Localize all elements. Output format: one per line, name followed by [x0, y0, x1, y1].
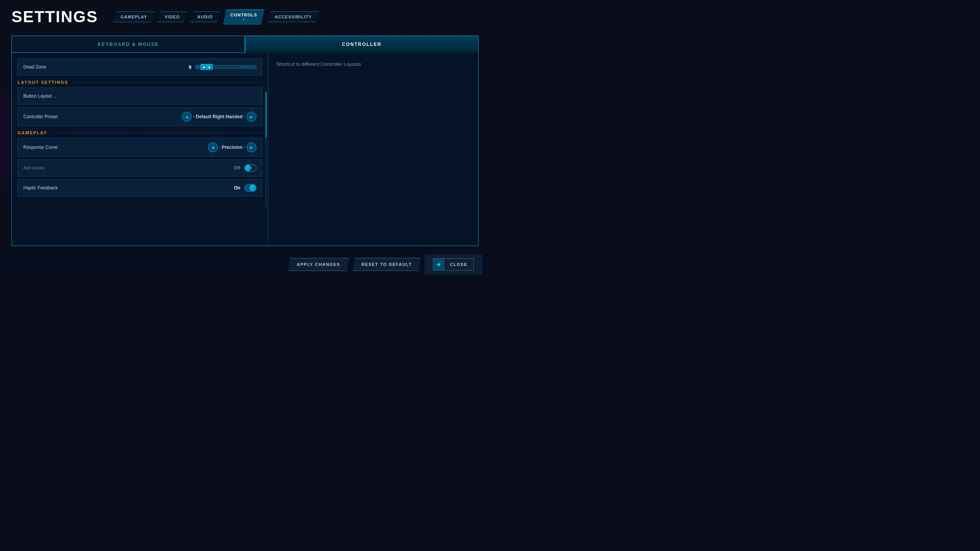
controller-preset-row: Controller Preset ◀ · Default Right Hand…	[18, 108, 262, 126]
dead-zone-value: 9	[184, 64, 191, 70]
response-curve-row: Response Curve ◀ · Precision · ▶	[18, 138, 262, 156]
section-divider	[72, 82, 262, 83]
slider-dot	[246, 66, 247, 68]
slider-thumb: ◀ ▶	[201, 64, 213, 70]
slider-right-btn[interactable]: ▶	[207, 64, 213, 70]
response-curve-selector: ◀ · Precision · ▶	[208, 142, 256, 152]
main-panel: KEYBOARD & MOUSE CONTROLLER Dead Zone 9	[11, 36, 479, 246]
sub-tab-keyboard-mouse[interactable]: KEYBOARD & MOUSE	[12, 36, 245, 53]
button-layout-label: Button Layout ...	[23, 93, 256, 99]
dead-zone-label: Dead Zone	[23, 64, 184, 70]
haptic-feedback-label: Haptic Feedback	[23, 185, 234, 191]
response-curve-left-btn[interactable]: ◀	[208, 142, 218, 152]
tab-gameplay[interactable]: GAMEPLAY	[113, 11, 154, 22]
right-column: Shortcut to different Controller Layouts	[268, 53, 478, 246]
response-curve-label: Response Curve	[23, 145, 208, 150]
nav-tabs: GAMEPLAY VIDEO AUDIO CONTROLS ACCESSIBIL…	[113, 10, 319, 24]
response-curve-right-btn[interactable]: ▶	[247, 142, 256, 152]
sub-tabs: KEYBOARD & MOUSE CONTROLLER	[12, 36, 478, 53]
slider-dot	[243, 66, 243, 68]
haptic-feedback-row: Haptic Feedback On	[18, 179, 262, 196]
slider-dot	[250, 66, 251, 68]
dead-zone-row: Dead Zone 9 ◀ ▶	[18, 59, 262, 75]
button-layout-row[interactable]: Button Layout ...	[18, 88, 262, 104]
toggle-knob-on	[250, 185, 256, 191]
sub-tab-controller[interactable]: CONTROLLER	[245, 36, 478, 53]
dead-zone-slider-area: 9 ◀ ▶	[184, 64, 256, 70]
layout-settings-header: LAYOUT SETTINGS	[18, 80, 262, 85]
aim-assist-label: Aim Assist	[23, 165, 234, 171]
gameplay-header: GAMEPLAY	[18, 130, 262, 135]
slider-dot	[240, 66, 240, 68]
controller-preset-selector: ◀ · Default Right Handed · ▶	[182, 112, 256, 122]
section-divider-2	[51, 133, 262, 133]
aim-assist-value: Off	[234, 165, 240, 171]
tab-audio[interactable]: AUDIO	[190, 11, 220, 22]
toggle-knob	[245, 165, 251, 171]
controller-preset-label: Controller Preset	[23, 114, 182, 119]
scroll-indicator	[265, 91, 267, 207]
controller-preset-left-btn[interactable]: ◀	[182, 112, 192, 122]
slider-dot	[247, 66, 248, 68]
slider-dots	[240, 66, 254, 68]
aim-assist-row: Aim Assist Off	[18, 160, 262, 176]
slider-dot	[249, 66, 250, 68]
scroll-thumb	[265, 91, 267, 138]
tab-controls[interactable]: CONTROLS	[223, 10, 265, 24]
tab-accessibility[interactable]: ACCESSIBILITY	[268, 11, 319, 22]
haptic-feedback-value: On	[234, 185, 240, 191]
dead-zone-slider-track[interactable]: ◀ ▶	[195, 65, 256, 69]
info-text: Shortcut to different Controller Layouts	[276, 60, 470, 68]
aim-assist-toggle[interactable]	[244, 164, 256, 172]
left-column: Dead Zone 9 ◀ ▶	[12, 53, 268, 246]
haptic-feedback-toggle-area: On	[234, 184, 256, 192]
slider-dot	[241, 66, 242, 68]
haptic-feedback-toggle[interactable]	[244, 184, 256, 192]
slider-dot	[244, 66, 245, 68]
settings-columns: Dead Zone 9 ◀ ▶	[12, 53, 478, 246]
slider-dot	[252, 66, 253, 68]
page-title: SETTINGS	[11, 8, 98, 26]
controller-preset-value: · Default Right Handed ·	[193, 114, 245, 119]
response-curve-value: · Precision ·	[219, 145, 245, 150]
controller-preset-right-btn[interactable]: ▶	[247, 112, 256, 122]
aim-assist-toggle-area: Off	[234, 164, 256, 172]
slider-left-btn[interactable]: ◀	[201, 64, 207, 70]
slider-dot	[253, 66, 254, 68]
tab-video[interactable]: VIDEO	[157, 11, 187, 22]
